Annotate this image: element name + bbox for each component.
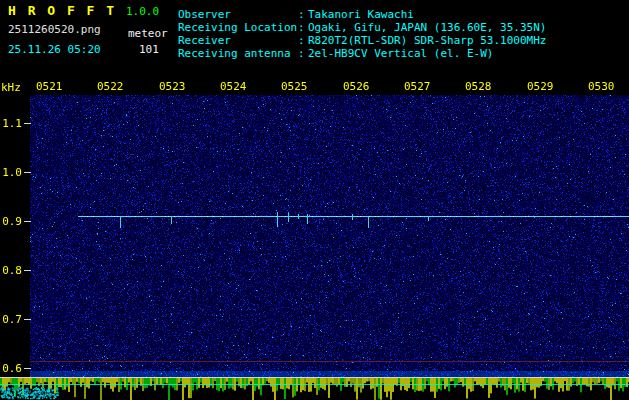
info-separator: :: [298, 21, 308, 34]
info-separator: :: [298, 34, 308, 47]
info-separator: :: [298, 47, 308, 60]
station-info-row: Receiving Location:Ogaki, Gifu, JAPAN (1…: [178, 21, 546, 34]
hrofft-output-window: H R O F F T 1.0.0 2511260520.png meteor …: [0, 0, 629, 400]
spectrogram-plot: kHz 0521 0522 0523 0524 0525 0526 0527 0…: [0, 75, 629, 400]
time-tick-label: 0523: [159, 80, 186, 93]
info-value-location: Ogaki, Gifu, JAPAN (136.60E, 35.35N): [308, 21, 546, 34]
freq-tick-label: 1.0: [0, 166, 22, 179]
time-tick-label: 0524: [220, 80, 247, 93]
freq-tick-label: 1.1: [0, 117, 22, 130]
freq-tick-label: 0.8: [0, 264, 22, 277]
time-tick-label: 0525: [281, 80, 308, 93]
time-tick-label: 0530: [588, 80, 615, 93]
time-tick-label: 0527: [404, 80, 431, 93]
station-info-row: Observer:Takanori Kawachi: [178, 8, 546, 21]
time-tick-label: 0521: [36, 80, 63, 93]
station-info-row: Receiver:R820T2(RTL-SDR) SDR-Sharp 53.10…: [178, 34, 546, 47]
app-version: 1.0.0: [126, 5, 159, 18]
station-info-row: Receiving antenna:2el-HB9CV Vertical (el…: [178, 47, 546, 60]
info-label-location: Receiving Location: [178, 21, 298, 34]
info-value-observer: Takanori Kawachi: [308, 8, 414, 21]
freq-tick-label: 0.6: [0, 362, 22, 375]
datetime-label: 25.11.26 05:20: [8, 43, 101, 56]
app-title: H R O F F T: [8, 3, 116, 18]
time-tick-label: 0529: [527, 80, 554, 93]
info-label-observer: Observer: [178, 8, 298, 21]
info-value-receiver: R820T2(RTL-SDR) SDR-Sharp 53.1000MHz: [308, 34, 546, 47]
info-label-antenna: Receiving antenna: [178, 47, 298, 60]
time-tick-label: 0526: [343, 80, 370, 93]
info-value-antenna: 2el-HB9CV Vertical (el. E-W): [308, 47, 493, 60]
freq-tick-label: 0.9: [0, 215, 22, 228]
freq-tick-label: 0.7: [0, 313, 22, 326]
time-tick-label: 0522: [97, 80, 124, 93]
info-separator: :: [298, 8, 308, 21]
time-tick-label: 0528: [465, 80, 492, 93]
mode-label: meteor: [128, 27, 168, 40]
info-label-receiver: Receiver: [178, 34, 298, 47]
count-value: 101: [139, 43, 159, 56]
spectrogram-canvas: [0, 75, 629, 400]
y-axis-unit: kHz: [1, 81, 21, 94]
output-filename: 2511260520.png: [8, 23, 101, 36]
station-info: Observer:Takanori Kawachi Receiving Loca…: [178, 8, 546, 60]
